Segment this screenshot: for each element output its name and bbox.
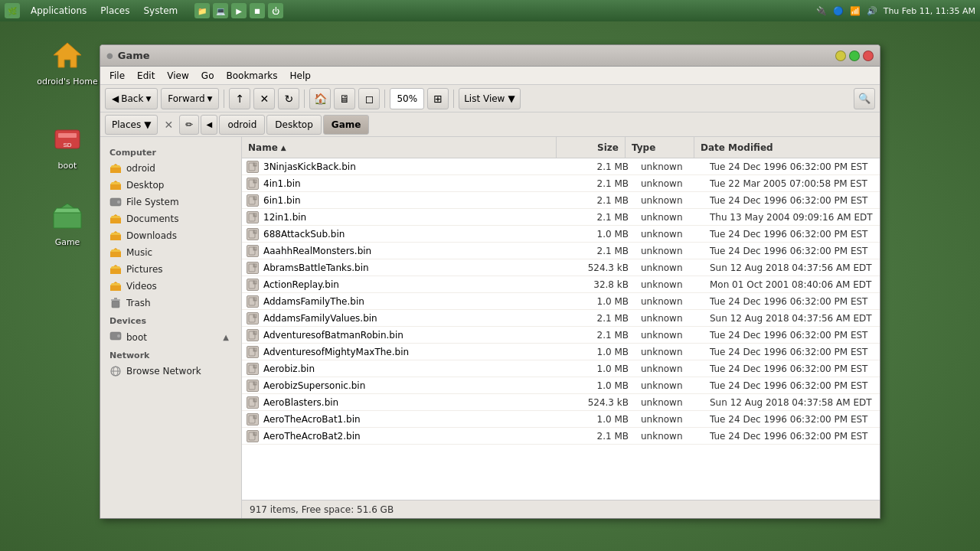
home-button[interactable]: 🏠 [309, 88, 331, 109]
sidebar-item-filesystem[interactable]: File System [100, 194, 241, 210]
taskbar-applications[interactable]: Applications [24, 4, 93, 18]
file-icon [247, 346, 259, 358]
table-row[interactable]: AddamsFamilyValues.bin 2.1 MB unknown Su… [242, 310, 880, 327]
column-type[interactable]: Type [626, 137, 694, 158]
file-name: AeroBlasters.bin [263, 397, 338, 408]
places-button[interactable]: Places ▼ [105, 115, 158, 135]
toggle-sidebar-button[interactable]: ◻ [358, 88, 380, 109]
file-size: 1.0 MB [566, 229, 635, 240]
menu-go[interactable]: Go [195, 69, 220, 83]
breadcrumb-odroid[interactable]: odroid [219, 115, 265, 135]
table-row[interactable]: 688AttackSub.bin 1.0 MB unknown Tue 24 D… [242, 226, 880, 243]
taskbar-file-manager-icon[interactable]: 📁 [194, 3, 210, 18]
desktop-icon-boot[interactable]: SD boot [37, 121, 98, 171]
taskbar-terminal-icon[interactable]: 💻 [213, 3, 228, 18]
sidebar-item-trash-label: Trash [126, 298, 151, 308]
back-button[interactable]: ◀ Back ▼ [105, 88, 158, 109]
taskbar-system[interactable]: System [137, 4, 184, 18]
status-text: 917 items, Free space: 51.6 GB [250, 504, 394, 515]
column-date[interactable]: Date Modified [694, 137, 871, 158]
menu-help[interactable]: Help [284, 69, 317, 83]
sidebar-item-trash[interactable]: Trash [100, 295, 241, 311]
sidebar-item-browse-network[interactable]: Browse Network [100, 363, 241, 380]
back-label: Back [121, 93, 143, 104]
minimize-button[interactable] [835, 51, 846, 61]
zoom-display: 50% [390, 88, 424, 109]
menu-edit[interactable]: Edit [131, 69, 161, 83]
file-name: AaahhRealMonsters.bin [263, 246, 371, 256]
sidebar-item-documents[interactable]: Documents [100, 210, 241, 227]
table-row[interactable]: 3NinjasKickBack.bin 2.1 MB unknown Tue 2… [242, 158, 880, 175]
table-row[interactable]: AeroTheAcroBat1.bin 1.0 MB unknown Tue 2… [242, 411, 880, 428]
taskbar-places[interactable]: Places [94, 4, 136, 18]
column-size-label: Size [597, 142, 619, 153]
table-row[interactable]: ActionReplay.bin 32.8 kB unknown Mon 01 … [242, 276, 880, 293]
file-icon [247, 413, 259, 425]
status-bar: 917 items, Free space: 51.6 GB [242, 500, 880, 518]
view-select[interactable]: List View ▼ [459, 88, 521, 109]
sidebar-item-downloads[interactable]: Downloads [100, 227, 241, 244]
file-icon [247, 228, 259, 240]
table-row[interactable]: AbramsBattleTanks.bin 524.3 kB unknown S… [242, 259, 880, 276]
menu-bookmarks[interactable]: Bookmarks [220, 69, 283, 83]
sidebar-item-music[interactable]: Music [100, 244, 241, 261]
desktop-icon-home[interactable]: odroid's Home [37, 37, 98, 86]
home-folder-icon [49, 37, 86, 73]
table-row[interactable]: AaahhRealMonsters.bin 2.1 MB unknown Tue… [242, 243, 880, 259]
svg-marker-8 [110, 181, 121, 190]
stop-button[interactable]: ✕ [253, 88, 275, 109]
music-folder-icon [109, 246, 122, 259]
table-row[interactable]: AeroTheAcroBat2.bin 2.1 MB unknown Tue 2… [242, 428, 880, 445]
close-button[interactable] [863, 51, 874, 61]
breadcrumb-desktop[interactable]: Desktop [266, 115, 322, 135]
table-row[interactable]: AdventuresofBatmanRobin.bin 2.1 MB unkno… [242, 327, 880, 344]
edit-icon: ✏ [185, 119, 193, 130]
file-type: unknown [635, 246, 704, 256]
close-places-button[interactable]: ✕ [159, 116, 178, 134]
forward-button[interactable]: Forward ▼ [161, 88, 219, 109]
table-row[interactable]: 4in1.bin 2.1 MB unknown Tue 22 Mar 2005 … [242, 175, 880, 192]
table-row[interactable]: AerobizSupersonic.bin 1.0 MB unknown Tue… [242, 377, 880, 394]
table-row[interactable]: AeroBlasters.bin 524.3 kB unknown Sun 12… [242, 394, 880, 411]
zoom-expand-button[interactable]: ⊞ [427, 88, 449, 109]
sidebar-item-odroid[interactable]: odroid [100, 160, 241, 177]
column-size[interactable]: Size [557, 137, 626, 158]
taskbar-power-icon[interactable]: ⏻ [268, 3, 283, 18]
file-date: Mon 01 Oct 2001 08:40:06 AM EDT [704, 279, 880, 290]
menu-view[interactable]: View [161, 69, 194, 83]
sidebar-section-devices: Devices [100, 311, 241, 328]
breadcrumb-nav-button[interactable]: ◀ [201, 115, 217, 135]
sidebar-item-pictures[interactable]: Pictures [100, 261, 241, 278]
eject-button[interactable]: ▲ [220, 331, 232, 344]
taskbar-task1-icon[interactable]: ▶ [231, 3, 247, 18]
edit-path-button[interactable]: ✏ [179, 115, 199, 135]
sidebar-section-computer: Computer [100, 143, 241, 160]
table-row[interactable]: AdventuresofMightyMaxThe.bin 1.0 MB unkn… [242, 344, 880, 360]
search-button[interactable]: 🔍 [854, 88, 875, 109]
svg-marker-5 [54, 208, 81, 213]
file-size: 32.8 kB [566, 279, 635, 290]
table-row[interactable]: AddamsFamilyThe.bin 1.0 MB unknown Tue 2… [242, 293, 880, 310]
maximize-button[interactable] [849, 51, 860, 61]
file-name: 688AttackSub.bin [263, 229, 345, 240]
taskbar-app-icon[interactable]: 🌿 [5, 3, 20, 18]
table-row[interactable]: 12in1.bin 2.1 MB unknown Thu 13 May 2004… [242, 209, 880, 226]
up-button[interactable]: ↑ [229, 88, 250, 109]
table-row[interactable]: 6in1.bin 2.1 MB unknown Tue 24 Dec 1996 … [242, 192, 880, 209]
table-row[interactable]: Aerobiz.bin 1.0 MB unknown Tue 24 Dec 19… [242, 360, 880, 377]
reload-button[interactable]: ↻ [278, 88, 299, 109]
sidebar-item-videos[interactable]: Videos [100, 278, 241, 295]
file-type: unknown [635, 347, 704, 357]
menu-file[interactable]: File [103, 69, 131, 83]
computer-button[interactable]: 🖥 [334, 88, 355, 109]
sidebar-item-desktop[interactable]: Desktop [100, 177, 241, 194]
taskbar-volume-icon: 🔊 [867, 6, 877, 16]
breadcrumb-game[interactable]: Game [323, 115, 370, 135]
taskbar-task2-icon[interactable]: ⏹ [250, 3, 265, 18]
column-name[interactable]: Name ▲ [242, 137, 557, 158]
file-type: unknown [635, 161, 704, 172]
svg-marker-15 [110, 233, 121, 235]
desktop: odroid's Home SD boot Game ● Game [0, 21, 980, 551]
sidebar-item-boot-device[interactable]: boot ▲ [100, 328, 241, 346]
desktop-icon-game[interactable]: Game [37, 197, 98, 247]
